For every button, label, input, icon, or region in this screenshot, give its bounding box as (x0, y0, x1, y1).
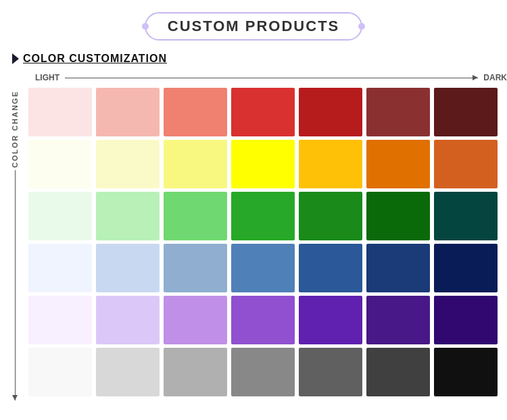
color-swatch-2-0[interactable] (28, 192, 92, 240)
color-swatch-1-3[interactable] (231, 140, 295, 188)
color-swatch-1-4[interactable] (299, 140, 362, 188)
vertical-arrow-line (15, 170, 16, 400)
page-title: CUSTOM PRODUCTS (168, 18, 340, 34)
color-swatch-5-0[interactable] (28, 348, 92, 396)
color-swatch-3-1[interactable] (96, 244, 160, 292)
color-change-label: COLOR CHANGE (11, 90, 19, 167)
color-swatch-5-4[interactable] (299, 348, 362, 396)
color-swatch-4-6[interactable] (434, 296, 498, 344)
light-dark-arrow-row: LIGHT DARK (0, 69, 507, 84)
color-swatch-1-1[interactable] (96, 140, 160, 188)
color-swatch-3-0[interactable] (28, 244, 92, 292)
color-row-0 (28, 88, 498, 136)
color-swatch-5-2[interactable] (164, 348, 227, 396)
color-swatch-4-2[interactable] (164, 296, 227, 344)
header-pill: CUSTOM PRODUCTS (145, 12, 363, 41)
color-swatch-5-5[interactable] (366, 348, 430, 396)
color-swatch-0-1[interactable] (96, 88, 160, 136)
color-swatch-0-2[interactable] (164, 88, 227, 136)
color-swatch-1-0[interactable] (28, 140, 92, 188)
color-swatch-4-3[interactable] (231, 296, 295, 344)
color-swatch-2-3[interactable] (231, 192, 295, 240)
main-area: COLOR CHANGE (0, 84, 507, 400)
color-swatch-1-2[interactable] (164, 140, 227, 188)
section-title-wrap: COLOR CUSTOMIZATION (0, 50, 507, 69)
color-swatch-3-3[interactable] (231, 244, 295, 292)
color-swatch-0-0[interactable] (28, 88, 92, 136)
color-swatch-2-4[interactable] (299, 192, 362, 240)
color-swatch-4-5[interactable] (366, 296, 430, 344)
color-swatch-3-4[interactable] (299, 244, 362, 292)
color-swatch-3-5[interactable] (366, 244, 430, 292)
color-swatch-5-3[interactable] (231, 348, 295, 396)
color-grid (24, 84, 507, 400)
color-swatch-0-3[interactable] (231, 88, 295, 136)
color-row-3 (28, 244, 498, 292)
color-swatch-5-6[interactable] (434, 348, 498, 396)
color-swatch-1-6[interactable] (434, 140, 498, 188)
color-swatch-2-5[interactable] (366, 192, 430, 240)
section-triangle-icon (12, 53, 19, 64)
section-title: COLOR CUSTOMIZATION (23, 53, 167, 65)
vertical-label-wrap: COLOR CHANGE (5, 84, 24, 400)
color-swatch-0-5[interactable] (366, 88, 430, 136)
color-swatch-0-4[interactable] (299, 88, 362, 136)
color-swatch-2-6[interactable] (434, 192, 498, 240)
color-row-1 (28, 140, 498, 188)
color-swatch-2-2[interactable] (164, 192, 227, 240)
color-swatch-4-1[interactable] (96, 296, 160, 344)
header: CUSTOM PRODUCTS (0, 0, 507, 50)
color-swatch-3-2[interactable] (164, 244, 227, 292)
dark-label: DARK (483, 73, 507, 82)
color-row-4 (28, 296, 498, 344)
color-swatch-5-1[interactable] (96, 348, 160, 396)
color-swatch-4-4[interactable] (299, 296, 362, 344)
light-label: LIGHT (35, 73, 59, 82)
color-swatch-3-6[interactable] (434, 244, 498, 292)
color-swatch-0-6[interactable] (434, 88, 498, 136)
color-row-2 (28, 192, 498, 240)
color-swatch-1-5[interactable] (366, 140, 430, 188)
color-swatch-2-1[interactable] (96, 192, 160, 240)
color-swatch-4-0[interactable] (28, 296, 92, 344)
horizontal-arrow-line (65, 78, 478, 78)
color-row-5 (28, 348, 498, 396)
